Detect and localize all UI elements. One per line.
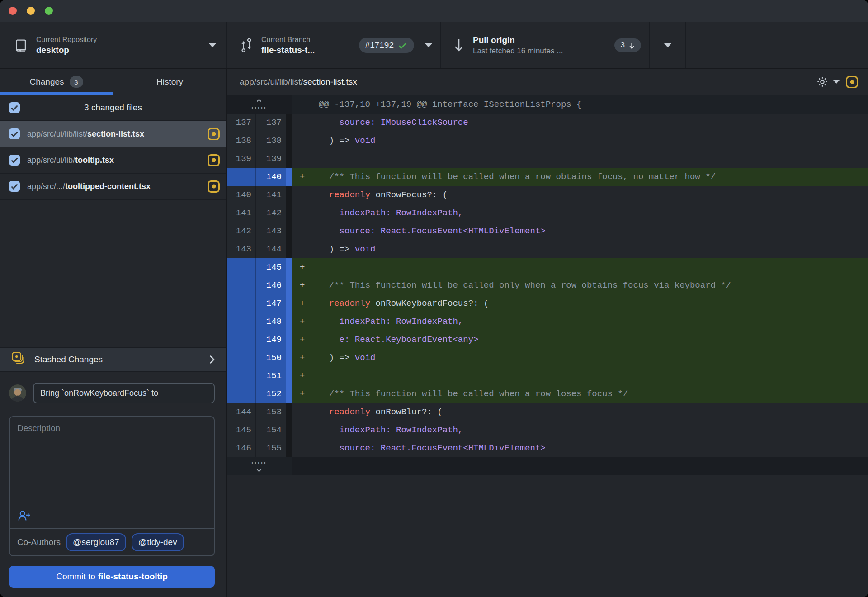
changes-count-badge: 3 xyxy=(70,76,83,88)
diff-row[interactable]: 146155 source: React.FocusEvent<HTMLDivE… xyxy=(227,439,868,457)
file-checkbox[interactable] xyxy=(9,128,20,139)
avatar xyxy=(9,384,26,402)
expand-down-row[interactable]: ••••• xyxy=(227,457,868,475)
old-line-number xyxy=(227,258,256,276)
new-line-number: 141 xyxy=(256,186,286,204)
diff-row[interactable]: 142143 source: React.FocusEvent<HTMLDivE… xyxy=(227,222,868,240)
file-path: app/src/ui/lib/list/section-list.tsx xyxy=(27,129,200,139)
diff-row[interactable]: 146+ /** This function will be called on… xyxy=(227,276,868,294)
code-token xyxy=(319,407,329,417)
old-line-number xyxy=(227,385,256,403)
diff-row[interactable]: 148+ indexPath: RowIndexPath, xyxy=(227,313,868,331)
new-line-number: 140 xyxy=(256,168,286,186)
expand-up-icon: ••••• xyxy=(251,99,267,110)
diff-empty-area xyxy=(227,475,868,597)
diff-row[interactable]: 151+ xyxy=(227,367,868,385)
gutter-edge xyxy=(286,313,292,331)
diff-row[interactable]: 143144 ) => void xyxy=(227,240,868,258)
gutter-edge xyxy=(286,132,292,150)
file-checkbox[interactable] xyxy=(9,155,20,166)
modified-status-icon xyxy=(208,180,220,193)
add-coauthor-icon[interactable] xyxy=(17,515,31,523)
minimize-window-button[interactable] xyxy=(27,7,35,15)
file-row[interactable]: app/src/ui/lib/tooltip.tsx xyxy=(0,147,226,174)
new-line-number: 155 xyxy=(256,439,286,457)
code-token: /** This function will be called only wh… xyxy=(329,280,731,290)
code-token: /** This function will be called when a … xyxy=(329,389,628,399)
code-token: indexPath: RowIndexPath, xyxy=(319,425,463,435)
new-line-number: 144 xyxy=(256,240,286,258)
commit-description-input[interactable] xyxy=(10,417,214,510)
branch-label: Current Branch xyxy=(261,36,315,44)
diff-marker: + xyxy=(292,389,319,399)
new-line-number: 150 xyxy=(256,349,286,367)
diff-file-dir: app/src/ui/lib/list/ xyxy=(240,77,303,86)
toolbar-dropdown-button[interactable] xyxy=(650,22,686,68)
new-line-number: 143 xyxy=(256,222,286,240)
current-repository-button[interactable]: Current Repository desktop xyxy=(0,22,227,68)
file-row[interactable]: app/src/ui/lib/list/section-list.tsx xyxy=(0,121,226,147)
hunk-header-text xyxy=(292,457,868,475)
diff-marker: + xyxy=(292,172,319,182)
gutter-edge xyxy=(286,204,292,222)
behind-count-badge: 3 xyxy=(614,38,641,52)
diff-row[interactable]: 149+ e: React.KeyboardEvent<any> xyxy=(227,331,868,349)
file-row[interactable]: app/src/.../tooltipped-content.tsx xyxy=(0,174,226,200)
diff-row[interactable]: 152+ /** This function will be called wh… xyxy=(227,385,868,403)
maximize-window-button[interactable] xyxy=(45,7,53,15)
gutter-edge xyxy=(286,421,292,439)
file-path: app/src/.../tooltipped-content.tsx xyxy=(27,182,200,191)
select-all-checkbox[interactable] xyxy=(9,102,20,113)
diff-row[interactable]: 139139 xyxy=(227,150,868,168)
coauthor-pill[interactable]: @sergiou87 xyxy=(66,533,126,551)
branch-name: file-status-t... xyxy=(261,45,315,55)
diff-row[interactable]: 140141 readonly onRowFocus?: ( xyxy=(227,186,868,204)
gutter-edge xyxy=(286,331,292,349)
pull-origin-button[interactable]: Pull origin Last fetched 16 minutes ... … xyxy=(441,22,650,68)
chevron-down-icon xyxy=(425,43,432,47)
code-token: onRowBlur?: ( xyxy=(370,407,443,417)
code-line: source: React.FocusEvent<HTMLDivElement> xyxy=(292,439,868,457)
diff-options-gear-button[interactable] xyxy=(816,76,840,88)
sidebar-tabs: Changes 3 History xyxy=(0,69,226,95)
old-line-number: 142 xyxy=(227,222,256,240)
diff-row[interactable]: 144153 readonly onRowBlur?: ( xyxy=(227,403,868,421)
diff-row[interactable]: 138138 ) => void xyxy=(227,132,868,150)
title-bar xyxy=(0,0,868,22)
changed-file-list: app/src/ui/lib/list/section-list.tsxapp/… xyxy=(0,121,226,200)
diff-row[interactable]: 145154 indexPath: RowIndexPath, xyxy=(227,421,868,439)
file-checkbox[interactable] xyxy=(9,181,20,192)
commit-summary-input[interactable] xyxy=(33,383,215,403)
diff-row[interactable]: 140+ /** This function will be called wh… xyxy=(227,168,868,186)
tab-history-label: History xyxy=(156,77,183,87)
close-window-button[interactable] xyxy=(9,7,17,15)
new-line-number: 151 xyxy=(256,367,286,385)
diff-row[interactable]: 145+ xyxy=(227,258,868,276)
code-line: + xyxy=(292,367,868,385)
expand-down-button[interactable]: ••••• xyxy=(227,457,292,475)
coauthor-pill[interactable]: @tidy-dev xyxy=(132,533,184,551)
tab-changes[interactable]: Changes 3 xyxy=(0,69,113,95)
current-branch-button[interactable]: Current Branch file-status-t... #17192 xyxy=(227,22,441,68)
diff-rows: •••••@@ -137,10 +137,19 @@ interface ISe… xyxy=(227,95,868,475)
code-token: source: React.FocusEvent<HTMLDivElement> xyxy=(319,443,546,453)
sidebar: Changes 3 History 3 changed files app/sr… xyxy=(0,69,227,597)
diff-row[interactable]: 147+ readonly onRowKeyboardFocus?: ( xyxy=(227,294,868,313)
new-line-number: 147 xyxy=(256,294,286,313)
new-line-number: 146 xyxy=(256,276,286,294)
diff-row[interactable]: 137137 source: IMouseClickSource xyxy=(227,114,868,132)
new-line-number: 145 xyxy=(256,258,286,276)
tab-history[interactable]: History xyxy=(113,69,226,95)
new-line-number: 152 xyxy=(256,385,286,403)
pr-status-badge[interactable]: #17192 xyxy=(359,38,414,53)
code-line: ) => void xyxy=(292,132,868,150)
stashed-changes-row[interactable]: Stashed Changes xyxy=(0,347,226,372)
expand-up-button[interactable]: ••••• xyxy=(227,95,292,114)
new-line-number: 148 xyxy=(256,313,286,331)
diff-row[interactable]: 141142 indexPath: RowIndexPath, xyxy=(227,204,868,222)
diff-row[interactable]: 150+ ) => void xyxy=(227,349,868,367)
commit-button[interactable]: Commit to file-status-tooltip xyxy=(9,566,215,588)
file-name: tooltip.tsx xyxy=(75,156,114,165)
commit-description-box: Co-Authors @sergiou87@tidy-dev xyxy=(9,416,215,556)
hunk-header-row[interactable]: •••••@@ -137,10 +137,19 @@ interface ISe… xyxy=(227,95,868,114)
